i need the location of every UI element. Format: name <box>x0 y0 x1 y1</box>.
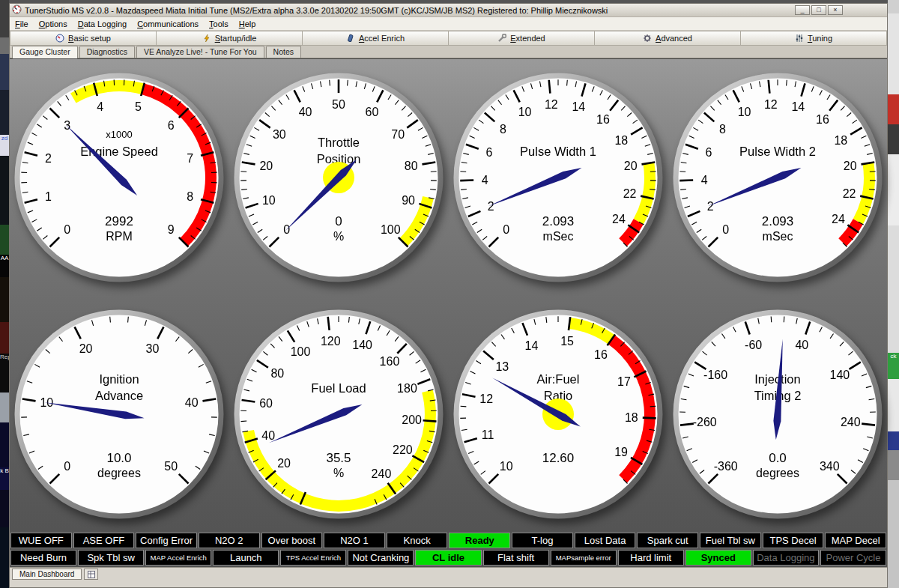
toolbar-basic-setup-button[interactable]: Basic setup <box>10 31 157 46</box>
svg-text:22: 22 <box>842 187 856 200</box>
menu-communications[interactable]: Communications <box>132 19 204 29</box>
svg-text:12: 12 <box>479 392 493 405</box>
indicator-config-error: Config Error <box>136 533 197 548</box>
svg-text:Pulse Width 1: Pulse Width 1 <box>520 145 596 158</box>
svg-text:2: 2 <box>488 200 494 213</box>
svg-text:6: 6 <box>168 119 175 132</box>
svg-text:20: 20 <box>843 160 856 172</box>
svg-text:120: 120 <box>321 335 341 348</box>
menu-data-logging[interactable]: Data Logging <box>73 19 132 29</box>
toolbar-advanced-button[interactable]: Advanced <box>595 31 741 46</box>
menu-file[interactable]: File <box>10 19 34 29</box>
svg-text:0: 0 <box>64 223 71 236</box>
gauge-ignition-advance[interactable]: 01020304050IgnitionAdvance10.0degrees <box>10 296 229 533</box>
svg-text:180: 180 <box>397 382 417 395</box>
title-bar: TunerStudio MS v2.0.8 - Mazdaspeed Miata… <box>10 4 887 17</box>
background-fragment <box>0 322 9 354</box>
window-controls: _□× <box>795 5 843 15</box>
svg-text:Air:Fuel: Air:Fuel <box>536 372 579 386</box>
bottom-tab-main-dashboard[interactable]: Main Dashboard <box>12 569 82 580</box>
tab-bar: Gauge ClusterDiagnosticsVE Analyze Live!… <box>10 46 887 58</box>
indicator-knock: Knock <box>387 533 448 548</box>
background-fragment: ck <box>888 353 899 379</box>
svg-text:-360: -360 <box>713 460 737 473</box>
indicator-tps-accel-enrich: TPS Accel Enrich <box>280 550 346 566</box>
svg-text:240: 240 <box>841 416 861 428</box>
svg-text:4: 4 <box>482 174 488 187</box>
svg-text:mSec: mSec <box>762 230 793 243</box>
main-toolbar: Basic setupStartup/idleAccel EnrichExten… <box>10 31 887 46</box>
svg-text:40: 40 <box>795 339 808 351</box>
gauge-pulse-width-1[interactable]: 024681012141618202224Pulse Width 12.093m… <box>449 59 668 296</box>
svg-text:2: 2 <box>45 152 52 165</box>
svg-text:50: 50 <box>332 98 345 111</box>
toolbar-startup-idle-button[interactable]: Startup/idle <box>157 31 303 46</box>
svg-text:40: 40 <box>261 429 275 442</box>
minimize-button[interactable]: _ <box>795 5 810 15</box>
svg-text:2.093: 2.093 <box>761 214 793 228</box>
svg-text:40: 40 <box>185 396 199 409</box>
tab-diagnostics[interactable]: Diagnostics <box>79 46 135 58</box>
menu-options[interactable]: Options <box>34 19 73 29</box>
dashboard-pages-icon[interactable] <box>84 569 98 580</box>
gauge-engine-speed[interactable]: 0123456789x1000Engine Speed2992RPM <box>10 59 229 296</box>
svg-text:0: 0 <box>503 223 509 236</box>
svg-text:19: 19 <box>614 446 628 458</box>
svg-text:2: 2 <box>706 200 713 213</box>
gauge-air-fuel-ratio[interactable]: 10111213141516171819Air:FuelRatio12.60 <box>449 296 668 533</box>
svg-text:140: 140 <box>352 339 372 351</box>
svg-text:18: 18 <box>834 134 847 147</box>
svg-text:%: % <box>333 467 344 479</box>
svg-text:90: 90 <box>402 194 415 207</box>
background-fragment <box>0 90 9 135</box>
background-fragment: zd <box>0 135 9 156</box>
maximize-button[interactable]: □ <box>811 5 826 15</box>
gauge-pulse-width-2[interactable]: 024681012141618202224Pulse Width 22.093m… <box>668 59 887 296</box>
indicator-power-cycle: Power Cycle <box>820 550 886 566</box>
tab-notes[interactable]: Notes <box>266 46 301 58</box>
tab-ve-analyze-live-tune-for-you[interactable]: VE Analyze Live! - Tune For You <box>136 46 264 58</box>
svg-text:16: 16 <box>594 348 608 361</box>
svg-text:14: 14 <box>572 100 585 113</box>
svg-text:11: 11 <box>482 428 494 441</box>
background-fragment <box>888 94 899 124</box>
gauge-fuel-load[interactable]: 20406080100120140160180200220240Fuel Loa… <box>229 296 449 533</box>
svg-text:220: 220 <box>393 443 413 456</box>
background-fragment <box>888 13 899 94</box>
toolbar-tuning-button[interactable]: Tuning <box>741 31 887 46</box>
svg-text:10: 10 <box>518 106 532 118</box>
svg-text:8: 8 <box>500 123 506 136</box>
toolbar-extended-button[interactable]: Extended <box>449 31 595 46</box>
indicator-not-cranking: Not Cranking <box>348 550 414 566</box>
svg-text:16: 16 <box>816 113 829 126</box>
svg-text:14: 14 <box>524 339 538 352</box>
indicator-ready: Ready <box>449 533 510 548</box>
lightning-icon <box>202 34 211 43</box>
svg-text:340: 340 <box>820 460 840 473</box>
svg-text:30: 30 <box>273 128 286 141</box>
svg-text:16: 16 <box>596 113 610 126</box>
svg-text:12: 12 <box>545 98 558 111</box>
svg-text:Throttle: Throttle <box>318 136 360 149</box>
svg-text:140: 140 <box>829 369 850 381</box>
svg-text:70: 70 <box>391 128 405 141</box>
background-fragment <box>0 392 9 422</box>
svg-text:0: 0 <box>335 214 342 228</box>
close-button[interactable]: × <box>828 5 843 15</box>
svg-text:Fuel Load: Fuel Load <box>311 381 366 395</box>
svg-text:80: 80 <box>405 160 418 172</box>
toolbar-accel-enrich-button[interactable]: Accel Enrich <box>303 31 449 46</box>
gauge-injection-timing-2[interactable]: -360-260-160-6040140240340InjectionTimin… <box>668 296 887 533</box>
svg-text:8: 8 <box>719 123 726 136</box>
indicator-mapsample-error: MAPsample error <box>551 550 617 566</box>
dashboard: 0123456789x1000Engine Speed2992RPM010203… <box>10 58 887 567</box>
svg-text:Advance: Advance <box>95 389 143 402</box>
svg-text:17: 17 <box>617 375 631 388</box>
pedal-icon <box>346 34 355 43</box>
indicator-flat-shift: Flat shift <box>483 550 549 566</box>
gauge-throttle-position[interactable]: 0102030405060708090100ThrottlePosition0% <box>229 59 449 296</box>
tab-gauge-cluster[interactable]: Gauge Cluster <box>12 46 78 58</box>
indicator-row-2: Need BurnSpk Tbl swMAP Accel EnrichLaunc… <box>10 550 886 566</box>
menu-help[interactable]: Help <box>234 19 261 29</box>
menu-tools[interactable]: Tools <box>204 19 234 29</box>
